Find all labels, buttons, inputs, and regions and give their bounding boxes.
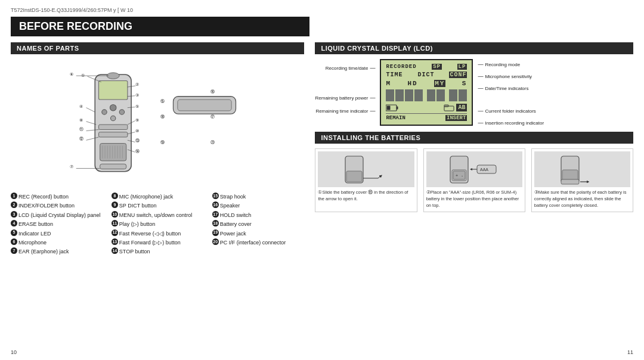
list-item: 15 Strap hook xyxy=(212,193,305,201)
step-1-caption: ①Slide the battery cover ⑱ in the direct… xyxy=(318,190,414,203)
list-item: 20 PC I/F (interface) connector xyxy=(212,238,305,247)
list-item: 6 Microphone xyxy=(11,238,103,247)
list-item: 8 MIC (Microphone) jack xyxy=(112,193,204,201)
left-column: NAMES OF PARTS xyxy=(11,42,304,257)
parts-col-3: 15 Strap hook 16 Speaker 17 HOLD switch … xyxy=(212,193,305,257)
lcd-section-header: LIQUID CRYSTAL DISPLAY (LCD) xyxy=(315,42,633,54)
list-item: 14 STOP button xyxy=(112,247,204,256)
device-svg: ① ② ③ ④ ⑤ ⑥ xyxy=(11,62,304,187)
list-item: 17 HOLD switch xyxy=(212,211,305,219)
svg-text:⑱: ⑱ xyxy=(160,114,165,120)
svg-text:⑬: ⑬ xyxy=(135,138,140,143)
two-column-layout: NAMES OF PARTS xyxy=(11,42,633,257)
battery-step-3-image xyxy=(534,151,630,187)
svg-rect-21 xyxy=(178,100,231,111)
label-insertion-indicator: — Insertion recording indicator xyxy=(478,120,544,126)
lcd-labels-bottom: REMAIN INSERT xyxy=(386,113,467,121)
label-folder-indicators: — Current folder indicators xyxy=(478,108,544,114)
svg-text:⑨: ⑨ xyxy=(135,117,139,123)
battery-section-header: INSTALLING THE BATTERIES xyxy=(315,132,633,144)
svg-text:⑦: ⑦ xyxy=(70,165,73,170)
label-recording-time: Recording time/date — xyxy=(315,65,375,71)
svg-text:⑫: ⑫ xyxy=(79,136,83,141)
svg-point-3 xyxy=(102,110,107,114)
lcd-labels-right: — Recording mode — Microphone sensitivit… xyxy=(478,59,544,126)
svg-text:②: ② xyxy=(135,82,139,87)
device-illustration: ① ② ③ ④ ⑤ ⑥ xyxy=(11,59,304,190)
svg-rect-73 xyxy=(562,170,578,181)
svg-text:⑥: ⑥ xyxy=(70,72,73,77)
svg-rect-57 xyxy=(397,106,398,109)
page: T572InstDS-150-E.Q33J1999/4/260:57PM y [… xyxy=(0,0,644,360)
svg-rect-66 xyxy=(453,171,465,179)
lcd-row2: TIME DICT CONF xyxy=(386,72,467,78)
list-item: 1 REC (Record) button xyxy=(11,193,103,201)
svg-point-4 xyxy=(119,110,124,114)
label-recording-mode: — Recording mode xyxy=(478,61,544,67)
list-item: 18 Battery cover xyxy=(212,220,305,228)
parts-list: 1 REC (Record) button 2 INDEX/FOLDER but… xyxy=(11,193,304,257)
svg-rect-18 xyxy=(100,164,126,169)
parts-col-1: 1 REC (Record) button 2 INDEX/FOLDER but… xyxy=(11,193,103,257)
svg-text:⑲: ⑲ xyxy=(160,139,165,145)
lcd-labels-left: Recording time/date — Remaining battery … xyxy=(315,59,375,114)
top-bar: T572InstDS-150-E.Q33J1999/4/260:57PM y [… xyxy=(11,7,633,13)
list-item: 7 EAR (Earphone) jack xyxy=(11,247,103,256)
list-item: 13 Fast Forward (▷▷) button xyxy=(112,238,204,247)
right-column: LIQUID CRYSTAL DISPLAY (LCD) Recording t… xyxy=(315,42,633,257)
lcd-row3: M HD MY S xyxy=(386,80,467,87)
svg-rect-7 xyxy=(99,132,128,137)
svg-rect-58 xyxy=(387,105,391,110)
battery-step-1-image xyxy=(318,151,414,187)
svg-rect-6 xyxy=(99,125,128,129)
battery-step-1: 1 xyxy=(315,148,417,212)
list-item: 4 ERASE button xyxy=(11,220,103,228)
page-number-left: 10 xyxy=(11,349,17,355)
lcd-screen: RECORDED SP LP TIME DICT CONF M HD MY S xyxy=(380,59,473,126)
list-item: 2 INDEX/FOLDER button xyxy=(11,201,103,210)
svg-text:③: ③ xyxy=(135,92,139,98)
parts-col-2: 8 MIC (Microphone) jack 9 SP DICT button… xyxy=(112,193,204,257)
topbar-text: T572InstDS-150-E.Q33J1999/4/260:57PM y [… xyxy=(11,7,133,13)
list-item: 5 Indicator LED xyxy=(11,229,103,238)
svg-text:⑭: ⑭ xyxy=(135,148,140,154)
label-battery: Remaining battery power — xyxy=(315,95,375,101)
svg-text:⑯: ⑯ xyxy=(210,89,215,95)
lcd-row1: RECORDED SP LP xyxy=(386,64,467,70)
label-remain-time: Remaining time indicator — xyxy=(315,108,375,114)
main-title: BEFORE RECORDING xyxy=(11,17,309,36)
svg-text:⑳: ⑳ xyxy=(210,139,215,145)
svg-text:①: ① xyxy=(81,73,85,78)
svg-text:+: + xyxy=(456,173,458,178)
step-3-caption: ③Make sure that the polarity of each bat… xyxy=(534,190,630,209)
list-item: 10 MENU switch, up/down control xyxy=(112,211,204,219)
svg-rect-8 xyxy=(100,144,126,161)
folder-insert-indicator: AB xyxy=(444,104,467,111)
list-item: 16 Speaker xyxy=(212,201,305,210)
step-2-caption: ②Place an "AAA"-size (LR06, R06 or SUM-4… xyxy=(426,190,522,209)
svg-text:⑩: ⑩ xyxy=(135,128,139,134)
svg-rect-1 xyxy=(99,81,128,100)
label-datetime-indicators: — Date/Time indicators xyxy=(478,85,544,91)
lcd-bottom-row: AB xyxy=(386,104,467,111)
svg-text:⑤: ⑤ xyxy=(135,104,139,109)
svg-text:AAA: AAA xyxy=(480,167,488,172)
battery-step-3: 3 xyxy=(531,148,633,212)
list-item: 11 Play (▷) button xyxy=(112,220,204,228)
svg-text:⑪: ⑪ xyxy=(79,127,83,132)
battery-indicator xyxy=(386,104,399,111)
lcd-segments-row1 xyxy=(386,89,467,101)
svg-point-2 xyxy=(110,104,116,111)
list-item: 19 Power jack xyxy=(212,229,305,238)
page-number-right: 11 xyxy=(627,349,633,355)
lcd-diagram: Recording time/date — Remaining battery … xyxy=(315,59,633,126)
main-title-text: BEFORE RECORDING xyxy=(19,20,132,32)
list-item: 9 SP DICT button xyxy=(112,201,204,210)
list-item: 12 Fast Reverse (◁◁) button xyxy=(112,229,204,238)
names-of-parts-header: NAMES OF PARTS xyxy=(11,42,304,54)
svg-point-5 xyxy=(110,116,115,120)
svg-text:⑰: ⑰ xyxy=(210,114,215,120)
svg-text:⑧: ⑧ xyxy=(79,117,83,123)
list-item: 3 LCD (Liquid Crystal Display) panel xyxy=(11,211,103,219)
svg-line-29 xyxy=(86,108,95,112)
